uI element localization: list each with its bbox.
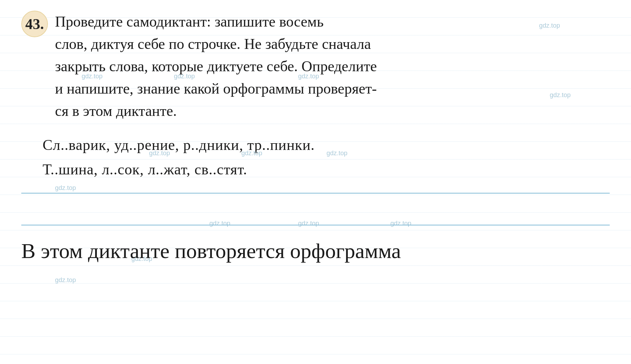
task-header: 43. Проведите самодиктант: запишите восе… [21,11,610,122]
exercise-line2: Т..шина, л..сок, л..жат, св..стят. [43,157,610,182]
task-line4: и напишите, знание какой орфограммы пров… [55,80,377,97]
task-number: 43. [21,11,48,37]
bottom-section: В этом диктанте повторяется орфограмма [21,236,610,266]
watermark-9: gdz.top [55,184,76,192]
bottom-blue-line [21,225,610,225]
watermark-14: gdz.top [55,276,76,284]
task-line2: слов, диктуя себе по строчке. Не забудьт… [55,36,371,52]
exercise-line1: Сл..варик, уд..рение, р..дники, тр..пинк… [43,133,610,157]
task-line3: закрыть слова, которые диктуете себе. Оп… [55,58,377,74]
writing-area [21,194,610,225]
divider-area [21,193,610,225]
task-line5: ся в этом диктанте. [55,103,177,119]
bottom-heading: В этом диктанте повторяется орфограмма [21,236,610,266]
page: gdz.top gdz.top gdz.top gdz.top gdz.top … [0,0,631,364]
task-line1: Проведите самодиктант: запишите восемь [55,13,324,30]
task-text: Проведите самодиктант: запишите восемь с… [55,11,610,122]
exercise-lines: Сл..варик, уд..рение, р..дники, тр..пинк… [43,133,610,182]
